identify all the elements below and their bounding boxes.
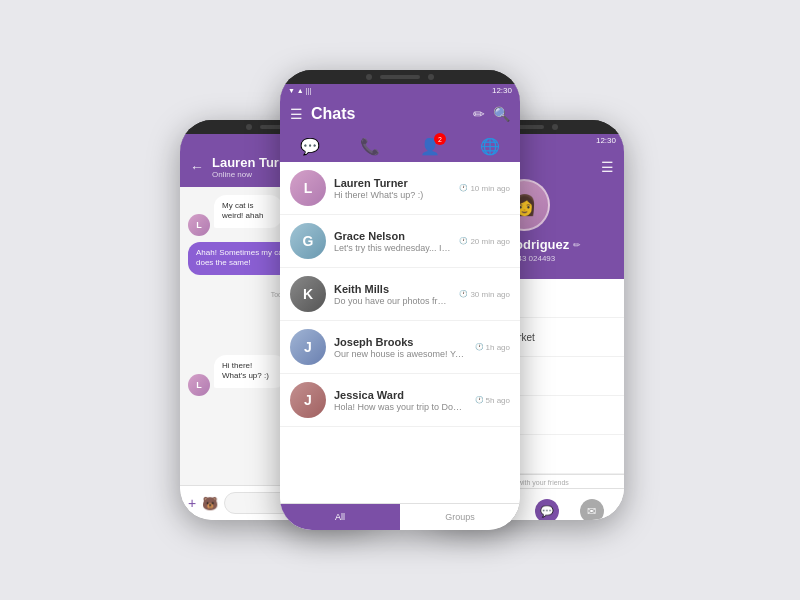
center-status-time: 12:30 xyxy=(492,86,512,95)
chat-name-1: Grace Nelson xyxy=(334,230,451,242)
tab-call[interactable]: 📞 xyxy=(360,137,380,156)
profile-edit-button[interactable]: ✏ xyxy=(573,240,581,250)
menu-button[interactable]: ☰ xyxy=(290,106,303,122)
chat-preview-1: Let's try this wednesday... Is that alri… xyxy=(334,243,451,253)
tab-more[interactable]: 🌐 xyxy=(480,137,500,156)
chat-name-4: Jessica Ward xyxy=(334,389,467,401)
center-phone-screen: ▼ ▲ ||| 12:30 ☰ Chats ✏ 🔍 💬 📞 👤 2 🌐 xyxy=(280,84,520,530)
tab-contacts[interactable]: 👤 2 xyxy=(420,137,440,156)
plus-button[interactable]: + xyxy=(188,495,196,511)
chat-item-2[interactable]: K Keith Mills Do you have our photos fro… xyxy=(280,268,520,321)
chat-preview-2: Do you have our photos from the nye? xyxy=(334,296,451,306)
tab-groups[interactable]: Groups xyxy=(400,504,520,530)
scene: 12:3 ← Lauren Turner Online now 📞 ⚙ L My… xyxy=(20,20,780,580)
avatar-lt-4: L xyxy=(188,374,210,396)
message-1: My cat is weird! ahah xyxy=(214,195,282,228)
center-tab-bar: 💬 📞 👤 2 🌐 xyxy=(280,131,520,162)
chat-info-1: Grace Nelson Let's try this wednesday...… xyxy=(334,230,451,253)
avatar-lt: L xyxy=(290,170,326,206)
chat-name-0: Lauren Turner xyxy=(334,177,451,189)
avatar-jb: J xyxy=(290,329,326,365)
sticker-button[interactable]: 🐻 xyxy=(202,496,218,511)
avatar-km: K xyxy=(290,276,326,312)
email-icon[interactable]: ✉ xyxy=(580,499,604,520)
tab-all[interactable]: All xyxy=(280,504,400,530)
avatar-gn: G xyxy=(290,223,326,259)
chat-info-0: Lauren Turner Hi there! What's up? :) xyxy=(334,177,451,200)
center-app-header: ☰ Chats ✏ 🔍 xyxy=(280,97,520,131)
chat-name-2: Keith Mills xyxy=(334,283,451,295)
avatar-jw: J xyxy=(290,382,326,418)
message-4: Hi there! What's up? :) xyxy=(214,355,286,388)
app-title: Chats xyxy=(311,105,465,123)
center-phone-notch xyxy=(280,70,520,84)
right-status-time: 12:30 xyxy=(596,136,616,145)
chat-time-4: 🕐 5h ago xyxy=(475,396,510,405)
chat-item-0[interactable]: L Lauren Turner Hi there! What's up? :) … xyxy=(280,162,520,215)
chat-preview-3: Our new house is awesome! You should com… xyxy=(334,349,467,359)
contacts-badge: 2 xyxy=(434,133,446,145)
chat-preview-4: Hola! How was your trip to Dominican Rep… xyxy=(334,402,467,412)
center-phone: ▼ ▲ ||| 12:30 ☰ Chats ✏ 🔍 💬 📞 👤 2 🌐 xyxy=(280,70,520,530)
chat-item-1[interactable]: G Grace Nelson Let's try this wednesday.… xyxy=(280,215,520,268)
bottom-tab-bar: All Groups xyxy=(280,503,520,530)
tab-chat[interactable]: 💬 xyxy=(300,137,320,156)
viber-share-icon[interactable]: 💬 xyxy=(535,499,559,520)
chat-name-3: Joseph Brooks xyxy=(334,336,467,348)
avatar-lt-1: L xyxy=(188,214,210,236)
chat-time-3: 🕐 1h ago xyxy=(475,343,510,352)
chat-info-3: Joseph Brooks Our new house is awesome! … xyxy=(334,336,467,359)
back-button[interactable]: ← xyxy=(190,159,204,175)
right-menu-button[interactable]: ☰ xyxy=(601,159,614,175)
edit-button[interactable]: ✏ xyxy=(473,106,485,122)
chat-time-1: 🕐 20 min ago xyxy=(459,237,510,246)
chat-preview-0: Hi there! What's up? :) xyxy=(334,190,451,200)
signal-icons: ▼ ▲ ||| xyxy=(288,87,311,94)
chat-item-4[interactable]: J Jessica Ward Hola! How was your trip t… xyxy=(280,374,520,427)
chat-info-4: Jessica Ward Hola! How was your trip to … xyxy=(334,389,467,412)
chat-list: L Lauren Turner Hi there! What's up? :) … xyxy=(280,162,520,503)
center-status-bar: ▼ ▲ ||| 12:30 xyxy=(280,84,520,97)
search-button[interactable]: 🔍 xyxy=(493,106,510,122)
chat-item-3[interactable]: J Joseph Brooks Our new house is awesome… xyxy=(280,321,520,374)
chat-time-2: 🕐 30 min ago xyxy=(459,290,510,299)
chat-info-2: Keith Mills Do you have our photos from … xyxy=(334,283,451,306)
chat-time-0: 🕐 10 min ago xyxy=(459,184,510,193)
